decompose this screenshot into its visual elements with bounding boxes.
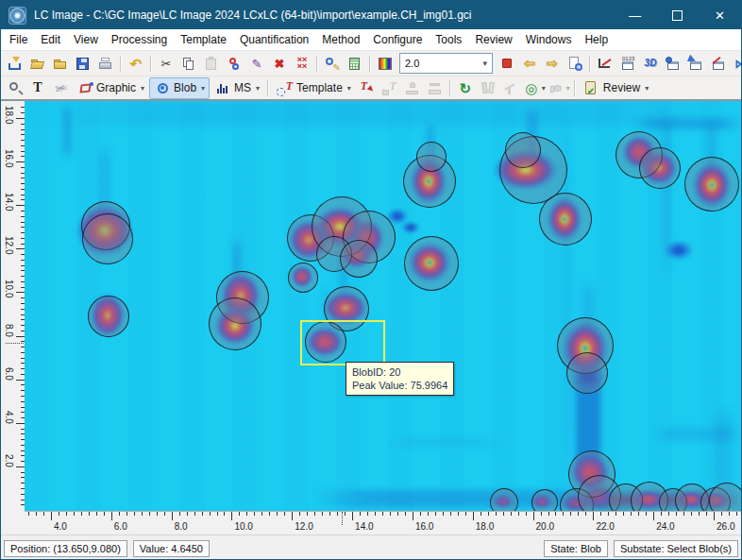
graphic-menu[interactable]: Graphic▾ xyxy=(72,77,149,99)
blob-outline-circle[interactable] xyxy=(531,489,558,511)
refresh-icon: ↻ xyxy=(457,80,474,96)
print-icon xyxy=(97,56,114,72)
blob-outline-circle[interactable] xyxy=(490,488,518,511)
refresh-icon[interactable]: ↻ xyxy=(454,77,477,99)
blob-outline-circle[interactable] xyxy=(288,263,318,293)
blob-menu[interactable]: Blob▾ xyxy=(149,77,210,99)
menu-method[interactable]: Method xyxy=(315,30,366,49)
undo-icon[interactable]: ↶ xyxy=(125,53,147,75)
undo-icon: ↶ xyxy=(127,56,144,72)
menu-tools[interactable]: Tools xyxy=(429,30,468,49)
blob-outline-circle[interactable] xyxy=(88,296,129,337)
y-ruler-label: 14.0 xyxy=(4,193,14,211)
calculator-icon xyxy=(346,56,363,72)
copy-template-icon xyxy=(379,77,401,99)
colormap-icon xyxy=(377,56,394,72)
delete-icon[interactable]: ✖ xyxy=(268,53,291,75)
x-ruler-label: 16.0 xyxy=(415,521,433,532)
x-ruler-tick xyxy=(623,512,624,516)
menu-file[interactable]: File xyxy=(3,30,34,49)
blob-outline-circle[interactable] xyxy=(340,240,378,278)
y-ruler-label: 12.0 xyxy=(4,236,14,254)
menu-processing[interactable]: Processing xyxy=(105,30,174,49)
minimize-button[interactable]: — xyxy=(614,1,656,29)
copy-icon[interactable] xyxy=(177,53,200,75)
menu-review[interactable]: Review xyxy=(468,30,518,49)
delete-multi-icon[interactable]: ×× ×× xyxy=(291,53,313,75)
mirror-icon[interactable]: ⋈ xyxy=(730,53,742,75)
edit-blob-icon[interactable]: ✎ xyxy=(245,53,268,75)
x-ruler-tick xyxy=(210,512,211,516)
blob-outline-circle[interactable] xyxy=(639,147,681,189)
zoom-region-icon[interactable] xyxy=(564,53,586,75)
chevron-down-icon: ▾ xyxy=(645,84,649,93)
template-menu[interactable]: Template▾ xyxy=(272,77,356,99)
zoom-level-select[interactable]: 2.0▾ xyxy=(399,53,493,74)
x-ruler-tick xyxy=(164,512,165,516)
zoom-tool-icon[interactable] xyxy=(4,77,26,99)
open-icon[interactable] xyxy=(26,53,49,75)
chevron-down-icon: ▾ xyxy=(201,84,205,93)
paste-icon xyxy=(200,53,223,75)
blob-outline-circle[interactable] xyxy=(566,352,608,394)
apply-template-icon[interactable] xyxy=(356,77,379,99)
edit-table-icon[interactable] xyxy=(707,53,730,75)
close-file-icon[interactable] xyxy=(49,53,72,75)
save-icon[interactable] xyxy=(72,53,94,75)
status-value: Value: 4.6450 xyxy=(133,540,210,557)
3d-view-icon: 3D xyxy=(642,56,659,72)
x-ruler-tick xyxy=(66,512,67,516)
apply-template-icon xyxy=(359,80,376,96)
x-ruler-tick xyxy=(526,512,527,516)
blob-outline-circle[interactable] xyxy=(209,297,261,350)
blob-peak[interactable] xyxy=(400,220,421,235)
import-icon[interactable] xyxy=(4,53,26,75)
stop-icon[interactable] xyxy=(496,53,518,75)
maximize-button[interactable] xyxy=(656,1,699,29)
close-button[interactable]: ✕ xyxy=(699,1,741,29)
menu-configure[interactable]: Configure xyxy=(366,30,429,49)
back-icon[interactable]: ⇦ xyxy=(518,53,541,75)
blob-outline-circle[interactable] xyxy=(684,157,739,212)
chevron-down-icon: ▾ xyxy=(141,84,144,93)
blob-peak[interactable] xyxy=(663,239,695,262)
text-tool-icon[interactable]: T xyxy=(26,77,49,99)
blob-outline-circle[interactable] xyxy=(539,193,592,246)
scissors-tool-icon[interactable]: ✂ xyxy=(49,77,72,99)
export-table-icon[interactable] xyxy=(684,53,707,75)
graph-icon xyxy=(597,56,614,72)
app-icon xyxy=(8,7,26,25)
menu-help[interactable]: Help xyxy=(578,30,615,49)
ms-menu[interactable]: MS▾ xyxy=(210,77,264,99)
blob-outline-circle[interactable] xyxy=(82,213,133,264)
x-ruler-label: 6.0 xyxy=(114,521,127,532)
forward-icon[interactable]: ⇨ xyxy=(541,53,564,75)
target-icon[interactable]: ◎▾ xyxy=(522,77,547,99)
cut-icon[interactable]: ✂ xyxy=(155,53,177,75)
x-ruler-tick xyxy=(307,512,308,516)
blob-outline-circle[interactable] xyxy=(404,236,459,291)
x-ruler-tick xyxy=(570,512,571,516)
status-substate: Substate: Select Blob(s) xyxy=(614,540,738,557)
graph-icon[interactable] xyxy=(594,53,616,75)
link-blobs-icon[interactable] xyxy=(223,53,245,75)
menu-view[interactable]: View xyxy=(67,30,105,49)
blob-outline-circle[interactable] xyxy=(505,132,541,168)
menu-template[interactable]: Template xyxy=(174,30,233,49)
colormap-icon[interactable] xyxy=(374,53,396,75)
3d-view-icon[interactable]: 3D xyxy=(639,53,662,75)
review-menu-label: Review xyxy=(603,81,640,94)
edit-blob-icon: ✎ xyxy=(248,56,265,72)
blob-table-icon[interactable] xyxy=(662,53,684,75)
blob-outline-circle[interactable] xyxy=(416,142,447,172)
menu-windows[interactable]: Windows xyxy=(519,30,579,49)
calculator-icon[interactable] xyxy=(344,53,366,75)
blob-outline-circle[interactable] xyxy=(709,483,741,511)
print-icon[interactable] xyxy=(94,53,117,75)
menu-quantification[interactable]: Quantification xyxy=(233,30,315,49)
values-table-icon[interactable] xyxy=(616,53,639,75)
search-edit-icon[interactable] xyxy=(321,53,344,75)
menu-edit[interactable]: Edit xyxy=(34,30,67,49)
review-menu[interactable]: Review▾ xyxy=(579,77,653,99)
chromatogram-canvas[interactable]: BlobID: 20Peak Value: 75.9964 xyxy=(25,101,741,511)
